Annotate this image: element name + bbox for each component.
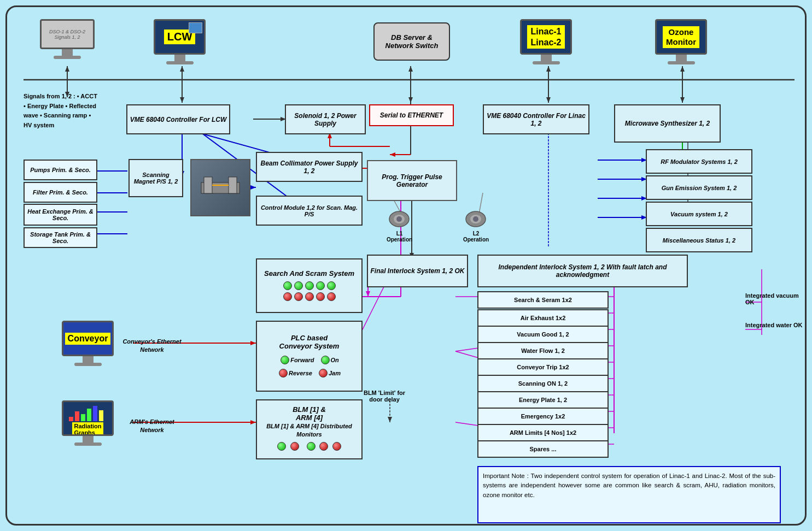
forward-label: Forward xyxy=(290,357,314,363)
conveyor-screen: Conveyor xyxy=(62,321,114,356)
svg-marker-85 xyxy=(250,341,256,345)
led-on xyxy=(321,356,330,364)
conveyor-monitor: Conveyor xyxy=(62,321,114,366)
blm-led-red xyxy=(290,442,299,451)
blm-arm-label: BLM [1] &ARM [4]BLM [1] & ARM [4] Distri… xyxy=(259,405,359,438)
led-red-2 xyxy=(294,292,303,301)
conveyor-network-label: Conveyor's EthernetNetwork xyxy=(122,338,182,355)
scanning-magnet-photo xyxy=(190,159,250,216)
spares-box: Spares ... xyxy=(477,440,609,458)
radiation-screen-content: RadiationGraphs xyxy=(63,400,112,436)
blm-arm-sublabel: BLM [1] & ARM [4] Distributed Monitors xyxy=(266,423,352,438)
linac-stand xyxy=(541,55,552,61)
integrated-water-text: Integrated water OK xyxy=(745,322,803,328)
blm-leds xyxy=(276,441,300,453)
led-forward xyxy=(281,356,289,364)
blm-arm-leds xyxy=(276,441,342,453)
serial-eth-box: Serial to ETHERNET xyxy=(369,104,454,126)
energy-plate-box: Energy Plate 1, 2 xyxy=(477,391,609,409)
led-red-5 xyxy=(327,292,336,301)
heat-exchange-box: Heat Exchange Prim. & Seco. xyxy=(24,204,97,226)
arm-led-green xyxy=(307,442,316,451)
ozone-base xyxy=(668,61,695,64)
svg-marker-12 xyxy=(408,97,413,103)
svg-point-104 xyxy=(473,216,478,222)
important-note-box: Important Note : Two independent control… xyxy=(477,466,781,523)
svg-marker-8 xyxy=(180,97,184,103)
svg-rect-110 xyxy=(99,410,103,421)
lcw-stand xyxy=(174,55,185,61)
svg-point-101 xyxy=(396,216,402,222)
arm-led-red1 xyxy=(319,442,328,451)
svg-rect-109 xyxy=(93,406,97,421)
linac-screen: Linac-1Linac-2 xyxy=(520,19,572,55)
led-green-2 xyxy=(294,281,303,290)
microwave-box: Microwave Synthesizer 1, 2 xyxy=(614,104,721,143)
dso-stand xyxy=(62,49,73,56)
l2-operation: L2Operation xyxy=(455,209,496,243)
search-seram-iil-box: Search & Seram 1x2 xyxy=(477,291,609,309)
blm-led-green xyxy=(277,442,286,451)
magnet-illustration xyxy=(198,172,242,204)
lcw-monitor: LCW xyxy=(154,19,206,64)
pumps-box: Pumps Prim. & Seco. xyxy=(24,160,97,180)
svg-marker-24 xyxy=(390,152,395,157)
dso-screen: DSO-1 & DSO-2 Signals 1, 2 xyxy=(40,19,95,49)
dso-base xyxy=(54,56,81,59)
beam-collimator-box: Beam Collimator Power Supply 1, 2 xyxy=(256,152,363,182)
led-green-3 xyxy=(305,281,314,290)
led-reverse xyxy=(279,369,288,377)
vacuum-system-box: Vacuum system 1, 2 xyxy=(646,202,752,226)
final-interlock-box: Final Interlock System 1, 2 OK xyxy=(367,255,468,287)
search-scram-box: Search And Scram System xyxy=(256,258,363,313)
conveyor-stand xyxy=(83,356,94,363)
ozone-monitor: OzoneMonitor xyxy=(655,19,707,64)
on-label: On xyxy=(331,357,339,363)
rf-modulator-box: RF Modulator Systems 1, 2 xyxy=(646,149,752,174)
radiation-screen: RadiationGraphs xyxy=(62,400,114,436)
svg-marker-87 xyxy=(250,420,256,424)
svg-rect-108 xyxy=(87,409,91,421)
control-module-box: Control Module 1,2 for Scan. Mag. P/S xyxy=(256,196,363,226)
storage-tank-box: Storage Tank Prim. & Seco. xyxy=(24,227,97,248)
conveyor-trip-box: Conveyor Trip 1x2 xyxy=(477,358,609,376)
vme-linac-box: VME 68040 Controller For Linac 1, 2 xyxy=(483,104,589,134)
svg-rect-96 xyxy=(204,177,212,193)
arm-leds xyxy=(306,441,342,453)
svg-rect-105 xyxy=(69,417,73,421)
l1-label: L1Operation xyxy=(379,231,420,243)
ozone-screen-label: OzoneMonitor xyxy=(663,26,699,48)
conveyor-screen-label: Conveyor xyxy=(65,333,111,345)
svg-rect-106 xyxy=(75,411,79,421)
svg-rect-107 xyxy=(81,414,85,421)
svg-rect-97 xyxy=(229,177,237,193)
radiation-graph-chart xyxy=(66,400,110,422)
linac-monitor: Linac-1Linac-2 xyxy=(520,19,572,64)
blm-limit-text: BLM 'Limit' fordoor delay xyxy=(357,390,412,403)
svg-marker-76 xyxy=(366,291,370,297)
svg-marker-83 xyxy=(388,417,392,422)
signals-from-text: Signals from 1, 2 : • ACCT • Energy Plat… xyxy=(24,92,97,130)
jam-label: Jam xyxy=(329,370,341,376)
gun-emission-box: Gun Emission System 1, 2 xyxy=(646,175,752,200)
reverse-label: Reverse xyxy=(289,370,312,376)
svg-marker-10 xyxy=(408,66,413,72)
search-scram-label: Search And Scram System xyxy=(264,269,354,278)
scanning-magnet-box: Scanning Magnet P/S 1, 2 xyxy=(128,159,183,197)
l2-camera-icon xyxy=(464,209,488,228)
svg-marker-16 xyxy=(546,97,551,103)
integrated-vacuum-text: Integrated vacuum OK xyxy=(745,292,803,305)
main-diagram: DSO-1 & DSO-2 Signals 1, 2 LCW DB Server… xyxy=(5,5,807,526)
ozone-screen: OzoneMonitor xyxy=(655,19,707,55)
water-flow-box: Water Flow 1, 2 xyxy=(477,342,609,359)
radiation-monitor: RadiationGraphs xyxy=(62,400,114,446)
solenoid-box: Solenoid 1, 2 Power Supply xyxy=(285,104,366,134)
l2-label: L2Operation xyxy=(455,231,496,243)
led-red-3 xyxy=(305,292,314,301)
forward-row: Forward On xyxy=(279,355,339,365)
db-server-box: DB Server & Network Switch xyxy=(373,22,450,61)
radiation-base xyxy=(74,442,102,446)
arm-network-label: ARM's EthernetNetwork xyxy=(122,418,182,435)
led-green-1 xyxy=(283,281,292,290)
ozone-stand xyxy=(676,55,687,61)
